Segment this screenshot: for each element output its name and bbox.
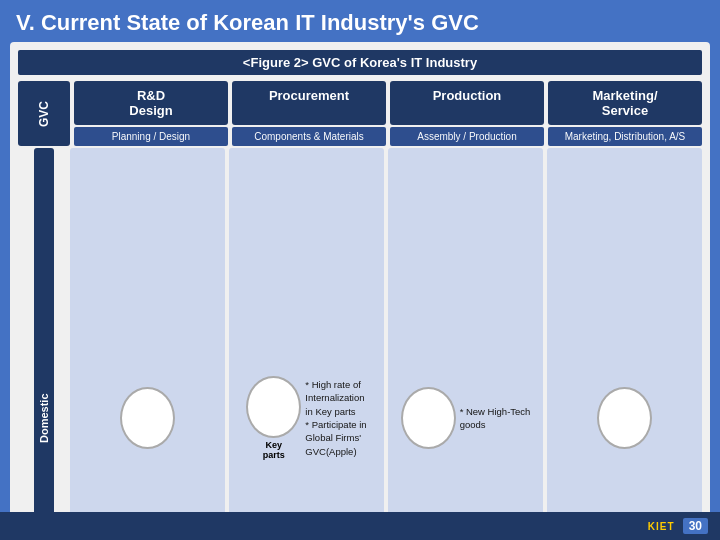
gvc-label: GVC xyxy=(18,81,70,146)
header-rd: R&D Design xyxy=(74,81,228,125)
header-production: Production xyxy=(390,81,544,125)
figure-title: <Figure 2> GVC of Korea's IT Industry xyxy=(18,50,702,75)
sub-header-assembly: Assembly / Production xyxy=(390,127,544,146)
domestic-label: Domestic xyxy=(34,148,54,540)
domestic-cell-3 xyxy=(547,148,702,540)
table-wrapper: GVC R&D Design Procurement Production Ma… xyxy=(18,81,702,540)
sub-header-components: Components & Materials xyxy=(232,127,386,146)
sub-header-marketing-dist: Marketing, Distribution, A/S xyxy=(548,127,702,146)
sub-headers-row: Planning / Design Components & Materials… xyxy=(74,127,702,146)
kiet-logo: KIET xyxy=(648,521,675,532)
oval-domestic-3 xyxy=(597,387,652,449)
domestic-row: Domestic Keyparts * High rate ofInternal… xyxy=(18,148,702,540)
key-parts-label: Keyparts xyxy=(263,440,285,460)
oval-domestic-1 xyxy=(246,376,301,438)
domestic-cell-1: Keyparts * High rate ofInternalizationin… xyxy=(229,148,384,540)
header-procurement: Procurement xyxy=(232,81,386,125)
domestic-cell-2: * New High-Techgoods xyxy=(388,148,543,540)
domestic-cell-0 xyxy=(70,148,225,540)
main-content: <Figure 2> GVC of Korea's IT Industry GV… xyxy=(10,42,710,540)
sub-header-planning: Planning / Design xyxy=(74,127,228,146)
page-number: 30 xyxy=(683,518,708,534)
page-title: V. Current State of Korean IT Industry's… xyxy=(0,0,720,42)
header-marketing: Marketing/ Service xyxy=(548,81,702,125)
footer-bar: KIET 30 xyxy=(0,512,720,540)
headers-row: R&D Design Procurement Production Market… xyxy=(74,81,702,125)
domestic-text-1: * High rate ofInternalizationin Key part… xyxy=(305,378,366,458)
domestic-text-2: * New High-Techgoods xyxy=(460,405,531,432)
oval-domestic-2 xyxy=(401,387,456,449)
oval-domestic-0 xyxy=(120,387,175,449)
